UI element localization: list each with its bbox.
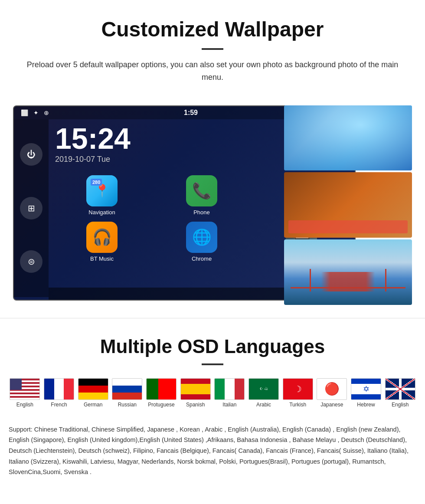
italy-white <box>225 379 235 399</box>
app-item-navigation[interactable]: 📍 Navigation <box>55 175 149 216</box>
flag-item-french: French <box>43 378 75 408</box>
japan-circle: 🔴 <box>324 382 340 396</box>
france-red <box>64 379 74 399</box>
support-text: Support: Chinese Traditional, Chinese Si… <box>0 420 425 486</box>
screen-icon: ⬜ <box>21 109 28 116</box>
flag-label-russian: Russian <box>118 402 137 408</box>
wallpaper-thumb-city[interactable] <box>284 172 412 238</box>
device-container: ⬜ ✦ ⊕ 1:59 ▭ ↩ ⏻ ⊞ ⊜ 15: <box>13 105 412 305</box>
france-blue <box>44 379 54 399</box>
flag-spain <box>180 378 211 400</box>
russia-white <box>112 379 142 386</box>
maps-pin: 📍 <box>95 183 110 198</box>
flag-item-arabic: ☪ ﷲ Arabic <box>248 378 280 408</box>
spain-red1 <box>181 379 210 384</box>
flag-label-english: English <box>16 402 33 408</box>
section-divider <box>0 318 425 318</box>
flag-label-turkish: Turkish <box>289 402 306 408</box>
settings-button[interactable]: ⊜ <box>20 250 42 273</box>
flag-turkey: ☽ <box>283 378 313 400</box>
wallpaper-thumb-bridge[interactable] <box>284 239 412 305</box>
app-item-chrome[interactable]: 🌐 Chrome <box>155 222 248 262</box>
flag-item-english-us: English <box>9 378 41 408</box>
flag-label-arabic: Arabic <box>256 402 271 408</box>
status-time: 1:59 <box>184 109 198 117</box>
italy-red <box>235 379 245 399</box>
status-left: ⬜ ✦ ⊕ <box>21 109 49 116</box>
israel-stripe-bot <box>351 394 381 399</box>
flag-label-portuguese: Protuguese <box>148 402 174 408</box>
navigation-icon: 📍 <box>86 175 118 206</box>
btmusic-icon: 🎧 <box>86 222 118 253</box>
app-label-phone: Phone <box>193 209 210 216</box>
flag-israel: ✡ <box>351 378 381 400</box>
wallpaper-thumbnails <box>284 105 412 305</box>
languages-title: Multiple OSD Languages <box>9 336 416 357</box>
app-item-phone[interactable]: 📞 Phone <box>155 175 248 216</box>
flag-item-portuguese: Protuguese <box>145 378 178 408</box>
flag-item-italian: Italian <box>213 378 246 408</box>
flag-row: English French German <box>9 378 416 408</box>
app-item-btmusic[interactable]: 🎧 BT Music <box>55 222 149 262</box>
italy-green <box>215 379 225 399</box>
app-label-btmusic: BT Music <box>90 255 114 262</box>
flag-item-german: German <box>77 378 109 408</box>
flag-label-german: German <box>84 402 102 408</box>
clock-time: 15:24 <box>55 124 296 153</box>
flag-item-japanese: 🔴 Japanese <box>316 378 348 408</box>
france-white <box>54 379 64 399</box>
spain-yellow <box>181 384 210 394</box>
flag-label-italian: Italian <box>222 402 236 408</box>
flag-uk <box>385 378 415 400</box>
location-icon: ⊕ <box>44 109 49 116</box>
germany-gold <box>78 393 108 399</box>
subtitle-text: Preload over 5 default wallpaper options… <box>17 59 408 84</box>
app-label-navigation: Navigation <box>88 209 115 216</box>
turkey-symbol: ☽ <box>294 384 302 394</box>
flag-label-hebrew: Hebrew <box>357 402 375 408</box>
russia-red <box>112 393 142 399</box>
wallpaper-thumb-ice[interactable] <box>284 105 412 171</box>
flag-usa <box>10 378 40 400</box>
left-sidebar: ⏻ ⊞ ⊜ <box>14 119 49 297</box>
usa-canton <box>10 379 22 390</box>
grid-button[interactable]: ⊞ <box>20 197 42 219</box>
title-divider <box>202 48 223 50</box>
lang-title-divider <box>202 363 223 365</box>
spain-red2 <box>181 394 210 399</box>
page-title: Customized Wallpaper <box>17 17 408 41</box>
germany-black <box>78 379 108 386</box>
app-label-chrome: Chrome <box>192 255 212 262</box>
languages-section: Multiple OSD Languages English French <box>0 323 425 420</box>
israel-stripe-top <box>351 379 381 384</box>
germany-red <box>78 386 108 393</box>
flag-item-turkish: ☽ Turkish <box>281 378 314 408</box>
israel-star: ✡ <box>363 384 369 394</box>
flag-item-spanish: Spanish <box>179 378 212 408</box>
chrome-icon: 🌐 <box>186 222 217 253</box>
flag-label-english-uk: English <box>392 402 409 408</box>
clock-date: 2019-10-07 Tue <box>55 155 296 164</box>
saudi-text: ☪ ﷲ <box>259 386 268 392</box>
clock-display: 15:24 2019-10-07 Tue <box>55 124 296 164</box>
flag-italy <box>214 378 245 400</box>
power-button[interactable]: ⏻ <box>20 143 42 166</box>
flag-item-russian: Russian <box>111 378 144 408</box>
portugal-red <box>158 379 176 399</box>
russia-blue <box>112 386 142 393</box>
flag-label-japanese: Japanese <box>320 402 343 408</box>
brightness-icon: ✦ <box>33 109 39 116</box>
flag-label-french: French <box>51 402 67 408</box>
flag-portugal <box>146 378 177 400</box>
flag-label-spanish: Spanish <box>186 402 205 408</box>
flag-saudi: ☪ ﷲ <box>248 378 279 400</box>
flag-russia <box>112 378 142 400</box>
maps-icon-inner: 📍 <box>86 175 118 206</box>
flag-japan: 🔴 <box>317 378 347 400</box>
phone-icon: 📞 <box>186 175 217 206</box>
header-section: Customized Wallpaper Preload over 5 defa… <box>0 0 425 105</box>
portugal-green <box>147 379 158 399</box>
flag-item-hebrew: ✡ Hebrew <box>350 378 382 408</box>
flag-item-english-uk: English <box>384 378 416 408</box>
flag-france <box>44 378 74 400</box>
